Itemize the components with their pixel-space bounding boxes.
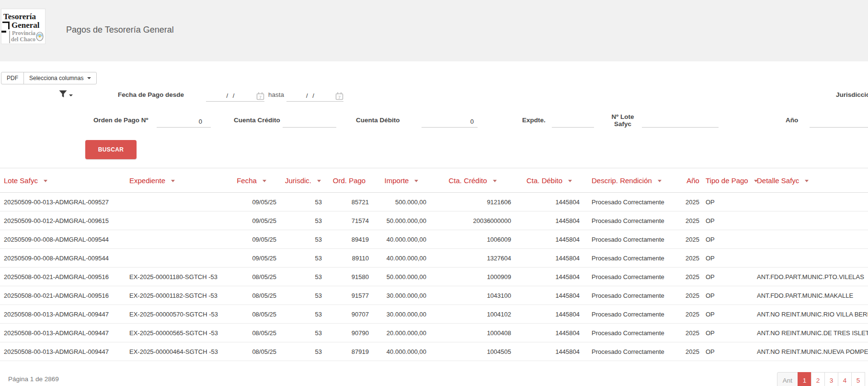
expdte-input[interactable] — [552, 115, 594, 128]
cell-ord_pago: 91577 — [326, 286, 373, 305]
cell-detalle_safyc: ANT.NO REINT.MUNIC.DE TRES ISLETAS — [757, 324, 868, 342]
cell-fecha: 09/05/25 — [223, 211, 280, 230]
cell-importe: 30.000.000,00 — [373, 286, 430, 305]
calendar-icon[interactable]: 7 — [256, 92, 264, 100]
table-body: 20250509-00-013-ADMGRAL-00952709/05/2553… — [0, 193, 868, 361]
column-header-label: Expediente — [129, 176, 165, 185]
cuenta-credito-input[interactable] — [283, 115, 336, 128]
pagination-page-3[interactable]: 3 — [824, 372, 838, 386]
column-header-label: Cta. Crédito — [448, 176, 487, 185]
cell-detalle_safyc — [757, 211, 868, 230]
expdte-label: Expdte. — [522, 117, 546, 124]
cuenta-debito-input[interactable]: 0 — [422, 115, 478, 128]
cell-cta_debito: 1445804 — [515, 211, 583, 230]
svg-text:7: 7 — [338, 95, 341, 100]
column-header-ord_pago[interactable]: Ord. Pago — [326, 168, 373, 193]
fecha-desde-input[interactable]: / / 7 — [206, 89, 264, 102]
lote-safyc-input[interactable] — [642, 115, 719, 128]
cell-detalle_safyc — [757, 249, 868, 268]
pagination-page-5[interactable]: 5 — [851, 372, 865, 386]
cell-cta_credito: 1006009 — [430, 230, 515, 249]
cell-jurisdic: 53 — [280, 211, 326, 230]
table-row: 20250509-00-012-ADMGRAL-00961509/05/2553… — [0, 211, 868, 230]
cell-fecha: 08/05/25 — [223, 305, 280, 324]
column-header-fecha[interactable]: Fecha — [223, 168, 280, 193]
cell-cta_credito: 1004102 — [430, 305, 515, 324]
cell-cta_credito: 1000408 — [430, 324, 515, 342]
cell-importe: 20.000.000,00 — [373, 324, 430, 342]
lote-safyc-label-line1: Nº Lote — [612, 113, 634, 120]
cell-expediente — [120, 230, 223, 249]
filter-funnel-icon — [59, 90, 67, 98]
jurisdiccion-label: Jurisdicción — [836, 91, 868, 98]
pdf-button[interactable]: PDF — [1, 72, 24, 84]
column-header-expediente[interactable]: Expediente — [120, 168, 223, 193]
cell-ord_pago: 91580 — [326, 268, 373, 286]
pagination-page-1[interactable]: 1 — [798, 372, 811, 386]
column-header-cta_credito[interactable]: Cta. Crédito — [430, 168, 515, 193]
cell-lote_safyc: 20250508-00-021-ADMGRAL-009516 — [0, 286, 120, 305]
cell-descrip_rendicion: Procesado Correctamente — [583, 211, 684, 230]
cell-jurisdic: 53 — [280, 230, 326, 249]
column-header-detalle_safyc[interactable]: Detalle Safyc — [757, 168, 868, 193]
select-columns-button[interactable]: Selecciona columnas — [23, 72, 97, 84]
cell-jurisdic: 53 — [280, 324, 326, 342]
select-columns-label: Selecciona columnas — [29, 75, 83, 82]
column-header-label: Año — [686, 176, 699, 185]
cell-cta_credito: 20036000000 — [430, 211, 515, 230]
column-header-importe[interactable]: Importe — [373, 168, 430, 193]
column-header-label: Cta. Débito — [526, 176, 562, 185]
cell-anio: 2025 — [684, 249, 702, 268]
cell-detalle_safyc — [757, 230, 868, 249]
sort-caret-icon — [414, 180, 418, 182]
cell-cta_debito: 1445804 — [515, 268, 583, 286]
sort-caret-icon — [493, 180, 497, 182]
orden-pago-input[interactable]: 0 — [157, 115, 211, 128]
cell-tipo_pago: OP — [702, 324, 757, 342]
app-logo: Tesorería General Provincia del Chaco — [1, 9, 46, 44]
svg-text:7: 7 — [259, 95, 262, 100]
column-header-descrip_rendicion[interactable]: Descrip. Rendición — [583, 168, 684, 193]
column-header-tipo_pago[interactable]: Tipo de Pago — [702, 168, 757, 193]
pagination-page-4[interactable]: 4 — [838, 372, 852, 386]
column-header-jurisdic[interactable]: Jurisdic. — [280, 168, 326, 193]
cell-expediente: EX-2025-00000464-SGTCH -53 — [120, 342, 223, 361]
pagination-prev[interactable]: Ant — [777, 372, 798, 386]
cell-lote_safyc: 20250509-00-012-ADMGRAL-009615 — [0, 211, 120, 230]
fecha-hasta-input[interactable]: / / 7 — [286, 89, 343, 102]
cell-expediente — [120, 193, 223, 211]
column-header-lote_safyc[interactable]: Lote Safyc — [0, 168, 120, 193]
cell-cta_credito: 9121606 — [430, 193, 515, 211]
column-header-anio[interactable]: Año — [684, 168, 702, 193]
cell-jurisdic: 53 — [280, 193, 326, 211]
page-title: Pagos de Tesorería General — [66, 25, 174, 35]
chevron-down-icon — [87, 77, 91, 79]
column-header-label: Fecha — [237, 176, 257, 185]
table-row: 20250508-00-013-ADMGRAL-009447EX-2025-00… — [0, 342, 868, 361]
cell-lote_safyc: 20250509-00-008-ADMGRAL-009544 — [0, 230, 120, 249]
cell-fecha: 08/05/25 — [223, 286, 280, 305]
cell-ord_pago: 85721 — [326, 193, 373, 211]
cell-anio: 2025 — [684, 193, 702, 211]
calendar-icon[interactable]: 7 — [335, 92, 343, 100]
anio-input[interactable] — [810, 115, 868, 128]
sort-caret-icon — [263, 180, 266, 182]
cell-importe: 40.000.000,00 — [373, 230, 430, 249]
cell-lote_safyc: 20250509-00-008-ADMGRAL-009544 — [0, 249, 120, 268]
filter-button[interactable] — [59, 90, 73, 98]
cuenta-debito-label: Cuenta Débito — [356, 117, 400, 124]
buscar-button[interactable]: BUSCAR — [85, 140, 137, 159]
cell-descrip_rendicion: Procesado Correctamente — [583, 286, 684, 305]
sort-caret-icon — [317, 180, 321, 182]
cell-detalle_safyc: ANT.NO REINT.MUNIC.RIO VILLA BERMEJITO — [757, 305, 868, 324]
page-info: Página 1 de 2869 — [8, 375, 59, 383]
cell-jurisdic: 53 — [280, 249, 326, 268]
chevron-down-icon — [69, 94, 73, 96]
column-header-label: Jurisdic. — [285, 176, 311, 185]
column-header-label: Descrip. Rendición — [592, 176, 652, 185]
pagination-page-2[interactable]: 2 — [811, 372, 825, 386]
sort-caret-icon — [171, 180, 175, 182]
lote-safyc-label: Nº Lote Safyc — [609, 113, 636, 128]
column-header-cta_debito[interactable]: Cta. Débito — [515, 168, 583, 193]
cell-cta_debito: 1445804 — [515, 193, 583, 211]
